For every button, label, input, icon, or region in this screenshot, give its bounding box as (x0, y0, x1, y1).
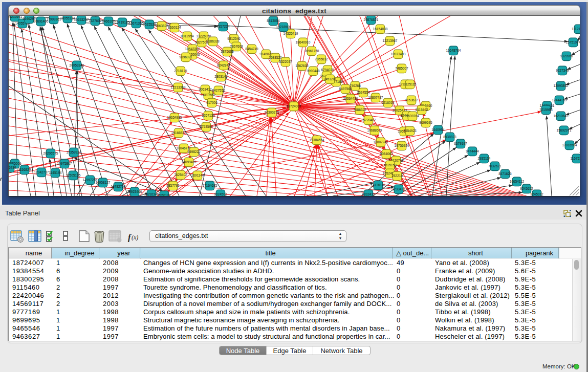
svg-text:9990448: 9990448 (307, 69, 320, 73)
svg-text:8912954: 8912954 (181, 34, 194, 38)
svg-text:1588520: 1588520 (269, 56, 282, 59)
svg-text:6466160: 6466160 (102, 19, 115, 23)
svg-text:12505135: 12505135 (66, 173, 81, 177)
svg-text:8427552: 8427552 (212, 89, 225, 92)
svg-text:8554923: 8554923 (403, 129, 417, 133)
svg-text:9245012: 9245012 (530, 192, 543, 196)
svg-text:19654985: 19654985 (167, 116, 182, 119)
svg-text:2935114: 2935114 (478, 157, 491, 160)
svg-text:3875685: 3875685 (221, 50, 234, 53)
svg-text:1362615: 1362615 (295, 64, 309, 68)
svg-text:20876821: 20876821 (364, 18, 379, 21)
svg-text:7986322: 7986322 (353, 108, 366, 112)
svg-text:5498222: 5498222 (187, 150, 201, 154)
svg-text:16648784: 16648784 (446, 49, 461, 52)
svg-text:10958127: 10958127 (96, 181, 111, 184)
svg-text:10807487: 10807487 (368, 96, 383, 99)
svg-text:10292346: 10292346 (144, 192, 159, 196)
svg-text:18055324: 18055324 (60, 16, 75, 20)
svg-text:12213967: 12213967 (383, 39, 398, 42)
svg-text:1733426: 1733426 (392, 187, 405, 191)
svg-text:7625402: 7625402 (174, 173, 187, 177)
svg-text:917006: 917006 (206, 101, 217, 104)
svg-text:12093852: 12093852 (554, 84, 569, 87)
svg-text:9227349: 9227349 (556, 69, 569, 72)
svg-text:14136141: 14136141 (371, 183, 386, 187)
svg-text:14099489: 14099489 (182, 160, 197, 164)
svg-text:18807249: 18807249 (374, 140, 388, 144)
svg-text:3915784: 3915784 (9, 166, 16, 169)
svg-text:20206575: 20206575 (43, 151, 58, 155)
svg-text:16154838: 16154838 (373, 27, 388, 31)
svg-text:9699695: 9699695 (419, 121, 432, 124)
svg-text:7485007: 7485007 (395, 67, 408, 70)
svg-text:1167533: 1167533 (571, 157, 580, 160)
svg-text:9474444: 9474444 (466, 149, 479, 153)
svg-text:17999361: 17999361 (47, 17, 61, 21)
svg-text:10654112: 10654112 (510, 180, 525, 183)
svg-text:8471626: 8471626 (498, 172, 512, 176)
svg-text:8938923: 8938923 (443, 135, 456, 139)
svg-text:6216014: 6216014 (381, 101, 395, 104)
svg-text:19384554: 19384554 (310, 138, 324, 142)
svg-text:8813054: 8813054 (267, 19, 280, 23)
svg-text:2451201: 2451201 (323, 77, 337, 81)
svg-text:5322037: 5322037 (279, 60, 292, 63)
svg-text:10975867: 10975867 (57, 162, 72, 165)
svg-text:7515526: 7515526 (143, 23, 156, 26)
svg-text:9084067: 9084067 (380, 152, 393, 156)
svg-text:9245652: 9245652 (520, 187, 533, 190)
svg-text:2867608: 2867608 (230, 45, 243, 48)
svg-text:9832410: 9832410 (362, 192, 375, 196)
svg-text:6497568: 6497568 (339, 87, 352, 91)
svg-text:7357224: 7357224 (216, 25, 230, 28)
svg-text:3215953: 3215953 (539, 108, 553, 112)
svg-text:10719185: 10719185 (115, 20, 130, 24)
svg-text:9350121: 9350121 (158, 193, 171, 196)
svg-text:9125115: 9125115 (404, 82, 417, 86)
svg-text:8753594: 8753594 (200, 125, 213, 128)
svg-text:8242848: 8242848 (217, 63, 230, 67)
svg-text:20053346: 20053346 (70, 63, 84, 67)
svg-text:7663822: 7663822 (155, 24, 168, 28)
svg-text:15751074: 15751074 (566, 40, 580, 44)
svg-text:2803144: 2803144 (214, 75, 228, 78)
svg-text:17164685: 17164685 (203, 184, 217, 187)
svg-text:12923466: 12923466 (127, 190, 142, 193)
svg-text:252214: 252214 (391, 174, 403, 178)
svg-text:1640954: 1640954 (431, 128, 445, 132)
svg-text:14325419: 14325419 (284, 32, 298, 35)
svg-text:9857791: 9857791 (166, 184, 180, 187)
svg-text:9329966: 9329966 (560, 54, 573, 58)
svg-text:9539764: 9539764 (406, 114, 419, 118)
svg-text:18640910: 18640910 (296, 40, 311, 44)
svg-text:20210541: 20210541 (9, 16, 23, 18)
svg-text:8660124: 8660124 (168, 26, 181, 29)
svg-text:6794028: 6794028 (321, 68, 334, 72)
svg-text:11121231: 11121231 (572, 27, 580, 31)
svg-text:19166827: 19166827 (171, 131, 186, 135)
svg-text:15692971: 15692971 (557, 128, 572, 132)
svg-text:20300275: 20300275 (265, 111, 279, 114)
svg-text:9812546: 9812546 (227, 37, 241, 40)
svg-text:1145194: 1145194 (49, 171, 62, 174)
svg-text:9896021: 9896021 (179, 55, 192, 59)
svg-text:10688609: 10688609 (367, 128, 382, 132)
svg-text:3624554: 3624554 (357, 91, 370, 94)
svg-text:9024502: 9024502 (214, 192, 227, 196)
svg-text:7955812: 7955812 (315, 57, 328, 61)
svg-text:20364436: 20364436 (343, 97, 358, 100)
svg-text:16210643: 16210643 (554, 114, 569, 118)
svg-text:2718176: 2718176 (174, 69, 187, 73)
svg-text:10653257: 10653257 (74, 18, 89, 21)
svg-text:17016504: 17016504 (562, 143, 577, 147)
svg-text:15720407: 15720407 (361, 118, 376, 122)
svg-text:16961758: 16961758 (304, 49, 319, 53)
svg-text:1691144: 1691144 (191, 173, 204, 177)
svg-text:12342737: 12342737 (34, 170, 49, 174)
svg-text:7632621: 7632621 (488, 164, 502, 168)
svg-text:(x): (x) (132, 234, 138, 241)
svg-text:1156829: 1156829 (18, 168, 31, 171)
svg-text:6679197: 6679197 (454, 142, 467, 145)
svg-text:16671355: 16671355 (129, 21, 144, 25)
